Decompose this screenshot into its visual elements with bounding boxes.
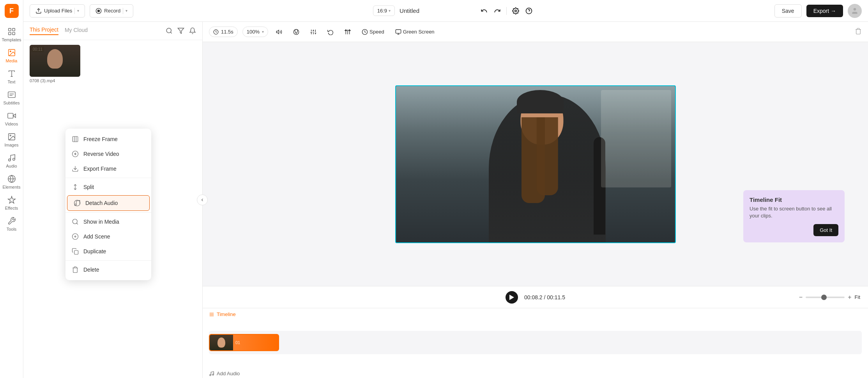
sidebar-item-media[interactable]: Media	[0, 45, 23, 66]
settings-button[interactable]	[510, 5, 522, 17]
context-menu-freeze-frame[interactable]: Freeze Frame	[65, 132, 151, 147]
zoom-plus-button[interactable]: +	[848, 294, 851, 301]
save-button[interactable]: Save	[774, 4, 802, 18]
time-display: 00:08.2 / 00:11.5	[524, 294, 565, 300]
sidebar-item-tools[interactable]: Tools	[0, 214, 23, 235]
upload-icon	[35, 8, 42, 14]
context-menu-duplicate[interactable]: Duplicate	[65, 244, 151, 259]
settings-icon	[512, 7, 519, 14]
volume-button[interactable]	[273, 27, 285, 37]
media-panel-header: This Project My Cloud	[23, 22, 202, 40]
zoom-selector[interactable]: 100% ▾	[242, 26, 268, 37]
upload-files-button[interactable]: Upload Files ▾	[30, 4, 85, 18]
notifications-icon[interactable]	[189, 27, 196, 34]
play-icon	[509, 295, 514, 300]
redo-button[interactable]	[491, 5, 503, 17]
clock-icon	[213, 29, 219, 35]
adjust-button[interactable]	[307, 27, 320, 37]
zoom-slider[interactable]	[806, 297, 845, 298]
add-audio-button[interactable]: Add Audio	[209, 371, 862, 376]
fit-button[interactable]: Fit	[855, 294, 860, 300]
svg-point-25	[854, 8, 856, 11]
filter-icon[interactable]	[177, 27, 184, 34]
svg-marker-49	[509, 295, 514, 300]
volume-icon	[276, 29, 282, 35]
undo-button[interactable]	[478, 5, 490, 17]
context-menu-add-scene[interactable]: Add Scene	[65, 229, 151, 244]
context-menu-split[interactable]: Split	[65, 180, 151, 194]
aspect-ratio-chevron-icon: ▾	[389, 9, 391, 13]
upload-divider	[74, 8, 75, 14]
got-it-button[interactable]: Got It	[813, 224, 838, 236]
context-menu-delete[interactable]: Delete	[65, 262, 151, 277]
svg-point-54	[212, 374, 214, 375]
flip-icon	[327, 29, 334, 35]
video-canvas: Timeline Fit Use the fit to screen butto…	[203, 42, 868, 286]
svg-rect-0	[8, 28, 11, 31]
media-grid: 00:11 0708 (3).mp4	[23, 40, 202, 88]
context-menu-detach-audio[interactable]: Detach Audio	[67, 195, 150, 211]
record-button[interactable]: Record ▾	[90, 4, 133, 18]
media-thumbnail: 00:11	[30, 45, 80, 77]
top-bar: Upload Files ▾ Record ▾ 16:9 ▾	[23, 0, 868, 22]
flip-button[interactable]	[324, 27, 337, 37]
context-menu-show-in-media[interactable]: Show in Media	[65, 214, 151, 229]
project-title-input[interactable]	[400, 7, 474, 14]
timeline-clip[interactable]: 01	[209, 334, 279, 351]
svg-line-27	[170, 32, 171, 33]
context-menu-divider-3	[65, 260, 151, 261]
video-area: 11.5s 100% ▾	[203, 22, 868, 378]
detach-audio-icon	[74, 200, 81, 207]
tooltip-text: Use the fit to screen button to see all …	[750, 205, 838, 219]
add-audio-section: Add Audio	[203, 367, 868, 378]
left-sidebar: F Templates Media Text Subtitles Videos	[0, 0, 23, 378]
sidebar-item-templates[interactable]: Templates	[0, 24, 23, 45]
duration-pill[interactable]: 11.5s	[209, 26, 238, 37]
sidebar-item-images[interactable]: Images	[0, 129, 23, 150]
svg-point-15	[8, 159, 11, 161]
green-screen-button[interactable]: Green Screen	[392, 27, 438, 37]
freeze-frame-icon	[72, 136, 79, 143]
record-chevron-icon: ▾	[126, 9, 127, 13]
sidebar-item-videos[interactable]: Videos	[0, 108, 23, 129]
speed-button[interactable]: Speed	[359, 27, 387, 37]
music-icon	[209, 371, 214, 376]
trash-icon	[855, 28, 862, 35]
timeline-controls-bar: Timeline	[203, 308, 868, 320]
tab-my-cloud[interactable]: My Cloud	[65, 27, 88, 35]
sidebar-item-elements[interactable]: Elements	[0, 171, 23, 193]
context-menu-reverse-video[interactable]: Reverse Video	[65, 147, 151, 161]
color-filter-button[interactable]	[290, 27, 302, 37]
list-item[interactable]: 00:11 0708 (3).mp4	[30, 45, 80, 83]
aspect-ratio-selector[interactable]: 16:9 ▾	[373, 5, 395, 16]
sidebar-item-effects[interactable]: Effects	[0, 193, 23, 214]
help-button[interactable]	[523, 5, 535, 17]
green-screen-icon	[395, 29, 401, 35]
media-item-name: 0708 (3).mp4	[30, 78, 80, 83]
tab-this-project[interactable]: This Project	[30, 26, 58, 35]
play-button[interactable]	[506, 291, 518, 304]
sidebar-item-text[interactable]: Text	[0, 66, 23, 87]
svg-rect-55	[72, 136, 78, 142]
sidebar-item-subtitles[interactable]: Subtitles	[0, 87, 23, 108]
record-divider	[123, 8, 123, 14]
collapse-panel-button[interactable]	[197, 194, 208, 205]
delete-clip-button[interactable]	[855, 28, 862, 36]
app-logo[interactable]: F	[5, 4, 19, 18]
svg-point-26	[166, 28, 171, 33]
chevron-left-icon	[200, 198, 205, 202]
mirror-button[interactable]	[341, 27, 354, 37]
context-menu-export-frame[interactable]: Export Frame	[65, 161, 151, 176]
search-icon[interactable]	[166, 27, 173, 34]
svg-marker-11	[13, 114, 15, 117]
zoom-minus-button[interactable]: −	[799, 294, 803, 301]
sidebar-item-audio[interactable]: Audio	[0, 150, 23, 171]
svg-marker-30	[276, 30, 279, 34]
delete-icon	[72, 266, 79, 273]
svg-rect-2	[8, 32, 11, 35]
user-avatar[interactable]	[848, 4, 862, 18]
speed-icon	[362, 29, 368, 35]
svg-point-21	[98, 10, 100, 12]
export-button[interactable]: Export →	[806, 5, 843, 17]
timeline-fit-tooltip: Timeline Fit Use the fit to screen butto…	[743, 190, 845, 242]
